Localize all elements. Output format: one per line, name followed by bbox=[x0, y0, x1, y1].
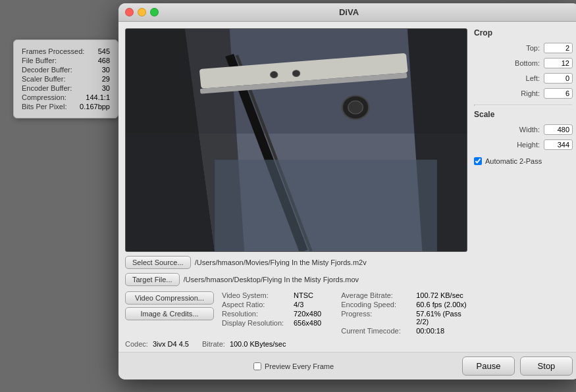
auto2pass-label: Automatic 2-Pass bbox=[485, 157, 542, 165]
crop-right-label: Right: bbox=[507, 89, 540, 97]
scale-height-row: Height: bbox=[474, 139, 573, 150]
stat-row: Decoder Buffer: 30 bbox=[22, 65, 110, 74]
main-window: DiVA bbox=[118, 3, 576, 380]
stat-row: Bits Per Pixel: 0.167bpp bbox=[22, 102, 110, 111]
image-credits-button[interactable]: Image & Credits... bbox=[125, 307, 214, 320]
window-title: DiVA bbox=[339, 7, 359, 17]
preview-checkbox-row: Preview Every Frame bbox=[253, 362, 334, 370]
minimize-button[interactable] bbox=[138, 8, 146, 16]
preview-label: Preview Every Frame bbox=[265, 362, 334, 370]
control-buttons: Pause Stop bbox=[462, 356, 573, 376]
select-source-button[interactable]: Select Source... bbox=[125, 256, 191, 269]
svg-point-13 bbox=[348, 101, 363, 114]
crop-right-row: Right: bbox=[474, 88, 573, 99]
pause-button[interactable]: Pause bbox=[462, 356, 515, 376]
stat-value: 29 bbox=[102, 75, 110, 83]
stat-row: Encoder Buffer: 30 bbox=[22, 84, 110, 93]
bitrate-label: Bitrate: bbox=[202, 340, 225, 348]
bitrate-display: Bitrate: 100.0 KBytes/sec bbox=[202, 340, 286, 348]
stat-value: 30 bbox=[102, 84, 110, 92]
crop-header: Crop bbox=[474, 28, 492, 37]
auto2pass-row: Automatic 2-Pass bbox=[474, 157, 573, 165]
traffic-lights bbox=[125, 8, 159, 16]
video-info-row: Display Resolution:656x480 bbox=[222, 319, 321, 327]
video-info-row: Encoding Speed:60.6 fps (2.00x) bbox=[341, 301, 467, 308]
crop-bottom-row: Bottom: bbox=[474, 58, 573, 68]
video-info-row: Resolution:720x480 bbox=[222, 310, 321, 318]
stat-row: Compression: 144.1:1 bbox=[22, 93, 110, 102]
scale-header: Scale bbox=[474, 110, 494, 119]
crop-left-input[interactable] bbox=[544, 73, 573, 84]
scale-section: Scale Width: Height: Automatic 2-Pass bbox=[474, 110, 573, 165]
source-path: /Users/hmason/Movies/Flying In the Misty… bbox=[195, 258, 367, 266]
stat-label: Frames Processed: bbox=[22, 47, 84, 55]
svg-point-10 bbox=[271, 72, 278, 78]
stat-label: Encoder Buffer: bbox=[22, 84, 72, 92]
crop-bottom-label: Bottom: bbox=[507, 59, 540, 67]
scale-width-input[interactable] bbox=[544, 124, 573, 135]
video-compression-button[interactable]: Video Compression... bbox=[125, 291, 214, 305]
right-panel: Crop Top: Bottom: Left: Right: bbox=[474, 28, 573, 348]
preview-checkbox-input[interactable] bbox=[253, 362, 261, 370]
bitrate-value: 100.0 KBytes/sec bbox=[230, 340, 286, 348]
target-file-button[interactable]: Target File... bbox=[125, 273, 180, 286]
video-frame bbox=[126, 29, 467, 251]
auto2pass-checkbox[interactable] bbox=[474, 157, 482, 165]
video-preview bbox=[125, 28, 467, 252]
scale-width-row: Width: bbox=[474, 124, 573, 135]
crop-top-row: Top: bbox=[474, 43, 573, 53]
stat-label: Compression: bbox=[22, 93, 66, 101]
codec-label: Codec: bbox=[125, 340, 148, 348]
stat-value: 0.167bpp bbox=[80, 103, 110, 110]
source-row: Select Source... /Users/hmason/Movies/Fl… bbox=[125, 256, 467, 269]
codec-value: 3ivx D4 4.5 bbox=[153, 340, 189, 348]
stat-label: Bits Per Pixel: bbox=[22, 103, 66, 110]
video-info-row: Progress:57.61% (Pass 2/2) bbox=[341, 310, 467, 326]
stat-row: Scaler Buffer: 29 bbox=[22, 74, 110, 84]
scale-height-label: Height: bbox=[507, 141, 540, 149]
stat-value: 30 bbox=[102, 66, 110, 74]
bottom-controls: Preview Every Frame Pause Stop bbox=[118, 352, 576, 380]
stop-button[interactable]: Stop bbox=[520, 356, 573, 376]
stat-label: File Buffer: bbox=[22, 57, 57, 64]
scale-height-input[interactable] bbox=[544, 139, 573, 150]
close-button[interactable] bbox=[125, 8, 134, 16]
crop-left-row: Left: bbox=[474, 73, 573, 84]
video-info-row: Video System:NTSC bbox=[222, 291, 321, 299]
maximize-button[interactable] bbox=[150, 8, 159, 16]
video-info-row: Aspect Ratio:4/3 bbox=[222, 301, 321, 308]
crop-top-label: Top: bbox=[507, 44, 540, 52]
titlebar: DiVA bbox=[118, 3, 576, 22]
stat-row: File Buffer: 468 bbox=[22, 56, 110, 65]
stat-value: 144.1:1 bbox=[86, 93, 110, 101]
video-info-row: Current Timecode:00:00:18 bbox=[341, 327, 467, 335]
crop-section: Crop Top: Bottom: Left: Right: bbox=[474, 28, 573, 101]
svg-rect-9 bbox=[215, 160, 437, 251]
target-path: /Users/hmason/Desktop/Flying In the Mist… bbox=[184, 276, 359, 283]
crop-bottom-input[interactable] bbox=[544, 58, 573, 68]
crop-top-input[interactable] bbox=[544, 43, 573, 53]
stat-value: 545 bbox=[98, 47, 110, 55]
crop-left-label: Left: bbox=[507, 74, 540, 82]
codec-display: Codec: 3ivx D4 4.5 bbox=[125, 340, 189, 348]
stat-label: Scaler Buffer: bbox=[22, 75, 65, 83]
svg-point-11 bbox=[292, 70, 300, 77]
target-row: Target File... /Users/hmason/Desktop/Fly… bbox=[125, 273, 467, 286]
stat-value: 468 bbox=[98, 57, 110, 64]
stat-row: Frames Processed: 545 bbox=[22, 47, 110, 56]
stat-label: Decoder Buffer: bbox=[22, 66, 72, 74]
scale-width-label: Width: bbox=[507, 126, 540, 134]
crop-right-input[interactable] bbox=[544, 88, 573, 99]
video-info-row: Average Bitrate:100.72 KB/sec bbox=[341, 291, 467, 299]
